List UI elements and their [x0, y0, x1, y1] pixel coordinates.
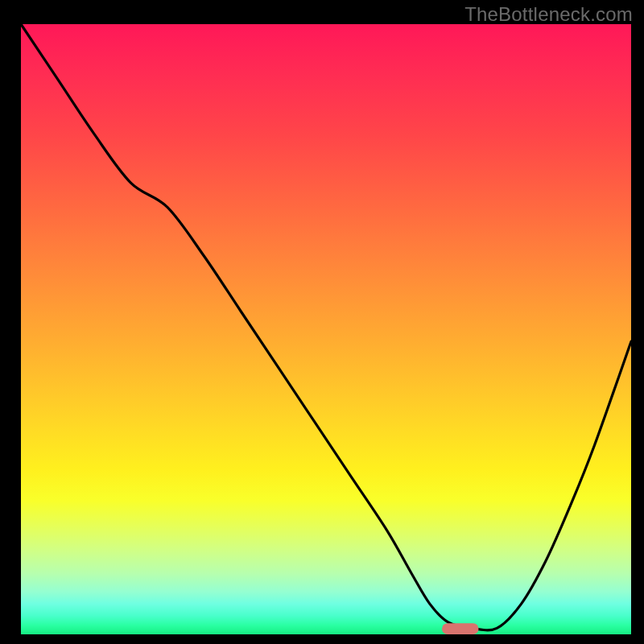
chart-plot-area — [21, 24, 631, 634]
chart-svg-overlay — [21, 24, 631, 634]
optimum-marker — [442, 623, 478, 634]
bottleneck-curve — [21, 24, 631, 630]
watermark-text: TheBottleneck.com — [464, 3, 633, 26]
